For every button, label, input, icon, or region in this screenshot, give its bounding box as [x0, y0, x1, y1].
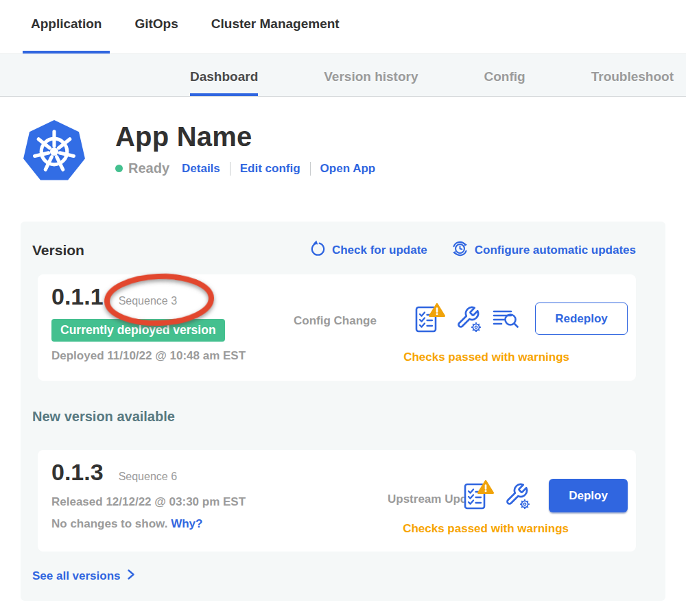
- open-app-link[interactable]: Open App: [320, 162, 376, 176]
- deploy-button[interactable]: Deploy: [549, 479, 628, 512]
- app-status-label: Ready: [128, 161, 169, 176]
- current-sequence-label: Sequence 3: [119, 295, 177, 307]
- divider: [230, 162, 230, 176]
- top-tab-application[interactable]: Application: [23, 16, 110, 54]
- page-title: App Name: [115, 121, 375, 152]
- preflight-checklist-warning-icon[interactable]: [462, 480, 494, 511]
- tab-config[interactable]: Config: [484, 69, 525, 96]
- configure-automatic-updates-button[interactable]: Configure automatic updates: [451, 239, 636, 261]
- edit-config-link[interactable]: Edit config: [240, 162, 300, 176]
- tab-dashboard[interactable]: Dashboard: [190, 69, 258, 96]
- configure-automatic-updates-label: Configure automatic updates: [475, 244, 636, 257]
- available-version-number: 0.1.3: [51, 459, 104, 486]
- wrench-gear-icon[interactable]: [454, 305, 483, 333]
- chevron-right-icon: [127, 569, 135, 583]
- top-tab-gitops[interactable]: GitOps: [126, 16, 186, 54]
- check-for-update-label: Check for update: [332, 244, 427, 257]
- see-all-versions-label: See all versions: [32, 569, 121, 583]
- divider: [310, 162, 311, 176]
- tab-troubleshoot[interactable]: Troubleshoot: [591, 69, 674, 96]
- check-for-update-button[interactable]: Check for update: [309, 240, 427, 260]
- lines-magnifier-icon[interactable]: [492, 305, 519, 333]
- available-sequence-label: Sequence 6: [119, 471, 177, 483]
- current-version-card: 0.1.1 Sequence 3 Currently deployed vers…: [38, 274, 636, 381]
- version-panel-title: Version: [32, 242, 309, 259]
- wrench-gear-icon[interactable]: [503, 482, 532, 510]
- sub-nav: Dashboard Version history Config Trouble…: [0, 54, 686, 97]
- app-header: App Name Ready Details Edit config Open …: [22, 118, 686, 188]
- clock-refresh-icon: [451, 239, 469, 261]
- currently-deployed-badge: Currently deployed version: [51, 319, 225, 342]
- preflight-checklist-warning-icon[interactable]: [414, 303, 445, 334]
- details-link[interactable]: Details: [182, 162, 220, 176]
- new-version-heading: New version available: [32, 409, 636, 425]
- version-panel: Version Check for update: [21, 222, 665, 601]
- checks-status: Checks passed with warnings: [403, 351, 569, 364]
- checks-status: Checks passed with warnings: [403, 522, 569, 536]
- see-all-versions-link[interactable]: See all versions: [32, 569, 135, 583]
- tab-version-history[interactable]: Version history: [324, 69, 418, 96]
- redeploy-button[interactable]: Redeploy: [535, 303, 628, 335]
- no-changes-note: No changes to show.: [51, 517, 167, 530]
- top-nav: Application GitOps Cluster Management: [0, 0, 686, 54]
- ready-status-dot-icon: [115, 165, 123, 172]
- available-version-card: 0.1.3 Sequence 6 Released 12/12/22 @ 03:…: [38, 450, 636, 552]
- kubernetes-logo-icon: [22, 118, 86, 188]
- top-tab-cluster-management[interactable]: Cluster Management: [203, 16, 348, 54]
- version-source-label: Config Change: [294, 314, 377, 328]
- current-version-number: 0.1.1: [51, 283, 104, 310]
- why-link[interactable]: Why?: [171, 517, 202, 530]
- refresh-icon: [309, 240, 327, 260]
